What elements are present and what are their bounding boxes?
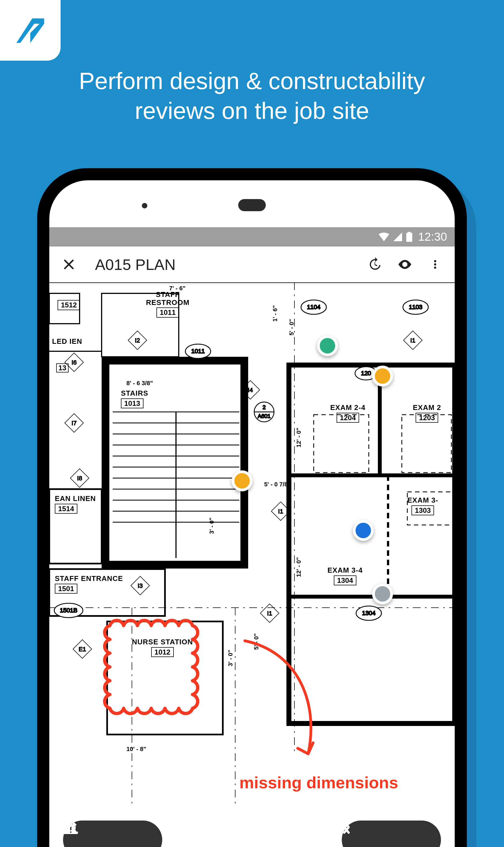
room-exam2: EXAM 2 1203 xyxy=(413,404,441,423)
eye-icon xyxy=(397,257,413,272)
svg-rect-32 xyxy=(240,357,248,569)
svg-text:I1: I1 xyxy=(410,337,415,344)
svg-text:1501B: 1501B xyxy=(60,607,77,614)
draw-icon xyxy=(63,820,79,835)
phone-sensor xyxy=(142,203,147,208)
wifi-icon xyxy=(378,232,390,241)
svg-text:120: 120 xyxy=(361,370,371,377)
svg-text:1304: 1304 xyxy=(362,610,376,617)
svg-point-4 xyxy=(434,266,436,269)
hero-line-1: Perform design & constructability xyxy=(28,66,476,96)
svg-point-3 xyxy=(434,263,436,265)
svg-rect-30 xyxy=(102,357,109,566)
svg-text:I8: I8 xyxy=(77,475,82,482)
svg-text:I3: I3 xyxy=(138,582,143,589)
svg-text:1011: 1011 xyxy=(192,348,205,355)
svg-text:1103: 1103 xyxy=(409,304,422,310)
hero-text: Perform design & constructability review… xyxy=(0,66,504,125)
dim-10-8: 10' - 8" xyxy=(126,745,146,753)
room-13: 13 xyxy=(56,362,69,373)
tools-pill xyxy=(63,820,162,847)
status-bar: 12:30 xyxy=(49,227,455,246)
room-exam34: EXAM 3-4 1304 xyxy=(327,566,363,585)
svg-text:I1: I1 xyxy=(278,508,283,515)
svg-rect-25 xyxy=(49,282,455,283)
svg-text:I6: I6 xyxy=(72,359,76,366)
issue-pin-green[interactable] xyxy=(317,335,338,356)
dim-5-0b: 5' - 0" xyxy=(253,633,260,650)
issue-pin-yellow-1[interactable] xyxy=(372,366,393,386)
issue-pin-gray[interactable] xyxy=(372,583,393,604)
dim-8-6: 8' - 6 3/8" xyxy=(126,380,153,386)
svg-text:A601: A601 xyxy=(258,413,271,419)
hero-line-2: reviews on the job site xyxy=(28,96,476,126)
chevron-right-icon xyxy=(342,820,351,834)
floorplan-canvas[interactable]: I6 I7 I8 I2 I3 I4 I1 I1 I1 E1 xyxy=(49,282,455,847)
svg-rect-0 xyxy=(406,233,412,242)
issue-pin-yellow-2[interactable] xyxy=(232,470,253,491)
svg-rect-57 xyxy=(314,415,369,472)
svg-rect-29 xyxy=(102,357,248,364)
cellular-icon xyxy=(393,232,403,241)
svg-point-2 xyxy=(434,260,436,262)
page-title: A015 PLAN xyxy=(95,256,176,274)
svg-rect-31 xyxy=(102,561,248,569)
floorplan-drawing: I6 I7 I8 I2 I3 I4 I1 I1 I1 E1 xyxy=(49,282,455,847)
svg-text:I4: I4 xyxy=(248,386,253,394)
status-time: 12:30 xyxy=(418,230,447,243)
svg-rect-58 xyxy=(402,415,451,472)
nav-pill xyxy=(342,820,441,847)
room-exam24: EXAM 2-4 1204 xyxy=(330,404,365,423)
svg-text:E1: E1 xyxy=(79,646,86,653)
phone-frame: 12:30 A015 PLAN I6 xyxy=(37,168,467,847)
dim-5-0-7-8: 5' - 0 7/8" xyxy=(264,481,291,488)
svg-rect-1 xyxy=(408,232,411,233)
visibility-button[interactable] xyxy=(395,255,414,274)
dim-5-0: 5' - 0" xyxy=(288,319,295,335)
dim-3-0b: 3' - 0" xyxy=(227,650,234,667)
svg-text:1104: 1104 xyxy=(307,304,321,310)
svg-text:I7: I7 xyxy=(72,420,76,427)
more-button[interactable] xyxy=(426,255,445,274)
svg-text:I2: I2 xyxy=(135,337,140,344)
autodesk-logo-badge xyxy=(0,0,60,60)
phone-screen: 12:30 A015 PLAN I6 xyxy=(49,180,455,847)
room-1512: 1512 xyxy=(57,299,80,310)
history-icon xyxy=(367,257,382,272)
issue-pin-blue[interactable] xyxy=(353,520,374,541)
dim-7-6: 7' - 6" xyxy=(169,285,186,292)
svg-text:2: 2 xyxy=(263,404,266,410)
dim-12-0b: 12' - 0" xyxy=(295,557,302,577)
room-clean-linen: EAN LINEN 1514 xyxy=(55,495,96,514)
dim-3-0: 3' - 0" xyxy=(208,518,215,534)
room-exam3: EXAM 3- 1303 xyxy=(407,496,438,515)
close-button[interactable] xyxy=(59,255,78,274)
annotation-label: missing dimensions xyxy=(239,773,398,792)
battery-icon xyxy=(406,232,413,242)
svg-text:I1: I1 xyxy=(267,610,272,617)
room-staff-entrance: STAFF ENTRANCE 1501 xyxy=(55,575,123,594)
room-staff-restroom: STAFF RESTROOM 1011 xyxy=(138,291,198,317)
room-nurse-station: NURSE STATION 1012 xyxy=(132,638,193,657)
phone-speaker xyxy=(238,199,266,211)
history-button[interactable] xyxy=(365,255,384,274)
autodesk-logo-icon xyxy=(14,14,47,47)
room-stairs: STAIRS 1013 xyxy=(121,389,148,408)
more-vert-icon xyxy=(430,258,440,271)
dim-12-0a: 12' - 0" xyxy=(295,428,302,448)
app-bar: A015 PLAN xyxy=(49,246,455,282)
dim-1-6: 1' - 6" xyxy=(272,305,279,322)
room-led-ien: LED IEN xyxy=(52,338,82,345)
